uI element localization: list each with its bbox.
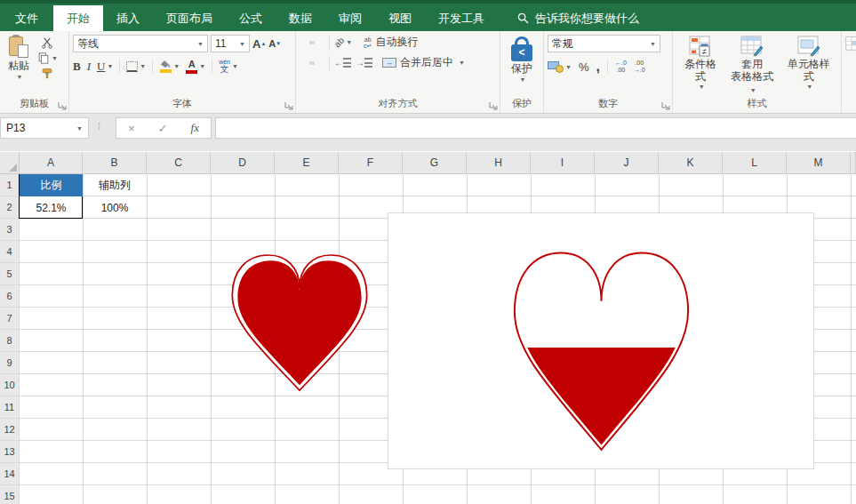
tab-公式[interactable]: 公式: [226, 5, 276, 31]
conditional-formatting-icon: ≠: [689, 36, 712, 57]
paste-clipboard-icon: [9, 35, 28, 58]
underline-button[interactable]: U▼: [97, 60, 113, 74]
paste-button[interactable]: 粘贴 ▼: [4, 35, 34, 97]
group-cells-partial: [842, 31, 856, 113]
cell-B1[interactable]: 辅助列: [83, 174, 147, 196]
cell-A2[interactable]: 52.1%: [20, 196, 83, 219]
tab-页面布局[interactable]: 页面布局: [153, 5, 226, 31]
font-name-select[interactable]: 等线▼: [73, 35, 208, 52]
fill-color-button[interactable]: ▼: [159, 60, 180, 73]
font-color-button[interactable]: A▼: [186, 60, 205, 74]
group-protect: < 保护 ▼ 保护: [500, 31, 544, 113]
column-header-F[interactable]: F: [339, 152, 403, 174]
insert-function-button[interactable]: fx: [191, 121, 199, 135]
font-size-value: 11: [215, 37, 226, 50]
ribbon: 粘贴 ▼ ▼ 剪贴板: [0, 31, 856, 114]
heart-chart[interactable]: [388, 212, 814, 469]
orientation-icon[interactable]: ab▼: [334, 37, 352, 47]
column-header-partial: [851, 152, 856, 174]
protect-group-label: 保护: [500, 97, 543, 110]
comma-style-icon[interactable]: ,: [596, 59, 600, 75]
excel-window: 文件 开始插入页面布局公式数据审阅视图开发工具 告诉我你想要做什么 粘贴 ▼: [0, 0, 856, 504]
align-center-icon[interactable]: [309, 61, 315, 65]
align-top-icon[interactable]: [300, 41, 305, 44]
cancel-button[interactable]: ×: [128, 122, 135, 135]
paste-label: 粘贴: [8, 59, 29, 74]
increase-decimal-icon[interactable]: ←.0.00: [615, 60, 627, 75]
name-box-value: P13: [6, 122, 25, 134]
group-number: 常规▼ ▼ % , ←.0.00 .00→.0 数字: [544, 31, 673, 113]
format-painter-icon[interactable]: [37, 68, 58, 79]
column-header-D[interactable]: D: [211, 152, 275, 174]
column-header-L[interactable]: L: [723, 152, 787, 174]
align-left-icon[interactable]: [300, 61, 305, 65]
tell-me-search[interactable]: 告诉我你想要做什么: [517, 5, 639, 31]
cell-styles-label: 单元格样式: [785, 59, 832, 84]
tab-开发工具[interactable]: 开发工具: [425, 5, 498, 31]
tab-视图[interactable]: 视图: [375, 5, 425, 31]
format-as-table-button[interactable]: 套用表格格式▼: [724, 35, 780, 97]
increase-font-icon[interactable]: A▲: [252, 37, 266, 51]
tab-数据[interactable]: 数据: [276, 5, 325, 31]
column-header-J[interactable]: J: [595, 152, 659, 174]
phonetic-guide-button[interactable]: wén文▼: [219, 59, 238, 74]
align-right-icon[interactable]: [319, 61, 324, 65]
column-header-A[interactable]: A: [20, 152, 83, 174]
decrease-indent-icon[interactable]: ←: [334, 58, 351, 68]
accounting-format-icon[interactable]: ▼: [548, 60, 572, 73]
alignment-dialog-launcher[interactable]: [489, 101, 498, 110]
name-box[interactable]: P13▼: [0, 117, 89, 139]
tab-开始[interactable]: 开始: [53, 5, 103, 31]
merge-center-button[interactable]: ↔ 合并后居中▼: [382, 55, 465, 70]
italic-button[interactable]: I: [87, 60, 91, 74]
column-header-E[interactable]: E: [275, 152, 339, 174]
cut-icon[interactable]: [37, 37, 58, 49]
font-size-select[interactable]: 11▼: [211, 35, 250, 52]
formula-bar-grip[interactable]: ⁞: [98, 121, 100, 132]
column-header-G[interactable]: G: [403, 152, 467, 174]
borders-button[interactable]: ▼: [126, 61, 146, 72]
number-dialog-launcher[interactable]: [661, 101, 670, 110]
tab-审阅[interactable]: 审阅: [325, 5, 375, 31]
enter-button[interactable]: ✓: [158, 122, 168, 135]
group-styles: ≠ 条件格式 ▼ 套用表格格式▼: [673, 31, 842, 113]
align-middle-icon[interactable]: [309, 41, 315, 44]
heart-shape-solid[interactable]: [221, 236, 378, 395]
column-header-H[interactable]: H: [467, 152, 531, 174]
conditional-formatting-button[interactable]: ≠ 条件格式 ▼: [676, 35, 724, 97]
protect-button[interactable]: < 保护 ▼: [504, 36, 540, 97]
format-as-table-label1: 套用: [741, 58, 763, 70]
cell-styles-button[interactable]: 单元格样式 ▼: [780, 35, 837, 97]
column-header-B[interactable]: B: [83, 152, 147, 174]
number-format-value: 常规: [552, 36, 573, 52]
copy-icon[interactable]: ▼: [37, 52, 58, 64]
column-header-M[interactable]: M: [787, 152, 851, 174]
decrease-font-icon[interactable]: A▼: [268, 38, 281, 49]
cell-B2[interactable]: 100%: [83, 196, 147, 219]
insert-cells-partial-icon[interactable]: [845, 35, 856, 54]
tab-插入[interactable]: 插入: [103, 5, 153, 31]
clipboard-dialog-launcher[interactable]: [58, 101, 67, 110]
column-header-I[interactable]: I: [531, 152, 595, 174]
wrap-text-button[interactable]: abc↵ 自动换行: [364, 35, 418, 50]
bold-button[interactable]: B: [73, 60, 81, 74]
select-all-corner[interactable]: [0, 152, 20, 174]
tab-file[interactable]: 文件: [0, 5, 53, 31]
cell-A1[interactable]: 比例: [20, 174, 83, 196]
decrease-decimal-icon[interactable]: .00→.0: [634, 60, 645, 75]
formula-input[interactable]: [215, 117, 856, 139]
percent-style-icon[interactable]: %: [579, 60, 589, 74]
column-header-K[interactable]: K: [659, 152, 723, 174]
grid-area[interactable]: 比例辅助列52.1%100%: [0, 174, 856, 504]
number-format-select[interactable]: 常规▼: [548, 35, 660, 52]
styles-group-label: 样式: [673, 97, 841, 110]
name-box-dropdown-arrow[interactable]: ▼: [76, 125, 83, 132]
lock-icon: <: [510, 36, 533, 61]
worksheet: ABCDEFGHIJKLM 123456789101112131415 比例辅助…: [0, 152, 856, 504]
align-bottom-icon[interactable]: [319, 41, 324, 44]
format-as-table-icon: [740, 36, 764, 57]
font-dialog-launcher[interactable]: [284, 101, 293, 110]
increase-indent-icon[interactable]: →: [356, 58, 372, 68]
column-header-C[interactable]: C: [147, 152, 211, 174]
paste-dropdown-arrow: ▼: [17, 74, 23, 80]
